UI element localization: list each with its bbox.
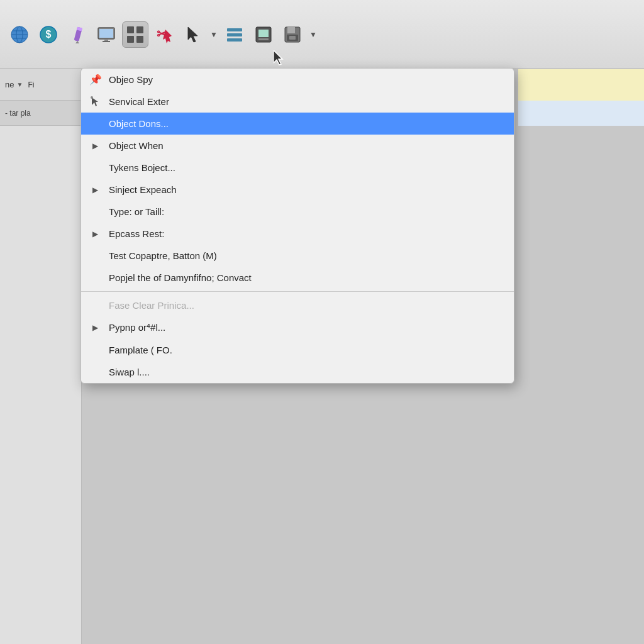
- svg-rect-12: [104, 39, 108, 41]
- grid-icon[interactable]: [122, 21, 148, 48]
- menu-item-objeo-spy[interactable]: 📌 Objeo Spy: [81, 69, 514, 91]
- svg-rect-26: [258, 38, 269, 40]
- menu-item-famplate[interactable]: Famplate ( FO.: [81, 339, 514, 361]
- menu-item-typex-taill[interactable]: Type: or Taill:: [81, 201, 514, 223]
- export-icon[interactable]: [250, 21, 277, 48]
- svg-rect-11: [99, 29, 113, 38]
- svg-rect-13: [103, 41, 110, 42]
- left-panel-fi-text: Fi: [28, 80, 34, 89]
- cursor-icon: [87, 94, 104, 110]
- menu-item-popjel[interactable]: Popjel the of Damynfifno; Convact: [81, 267, 514, 289]
- menu-item-siwap[interactable]: Siwap l....: [81, 361, 514, 383]
- menu-item-tykens-boject[interactable]: Tykens Boject...: [81, 157, 514, 179]
- globe-icon[interactable]: [6, 21, 33, 48]
- menu-item-epcass-rest[interactable]: ▶ Epcass Rest:: [81, 223, 514, 245]
- svg-rect-21: [227, 28, 242, 31]
- submenu-arrow-sinject: ▶: [92, 186, 98, 194]
- pencil-icon[interactable]: [64, 21, 91, 48]
- yellow-area: [518, 69, 644, 101]
- menu-item-test-copaptre[interactable]: Test Copaptre, Batton (M): [81, 245, 514, 267]
- svg-rect-30: [289, 36, 296, 40]
- menu-item-sinject-expeach[interactable]: ▶ Sinject Expeach: [81, 179, 514, 201]
- dropdown-arrow-1[interactable]: ▼: [209, 29, 219, 40]
- left-panel: ne ▼ Fi - tar pla: [0, 69, 82, 644]
- toolbar: $ ✂: [0, 0, 644, 69]
- transform-icon[interactable]: ✂: [151, 21, 177, 48]
- pointer-icon[interactable]: [180, 21, 206, 48]
- svg-rect-28: [287, 27, 295, 33]
- dropdown-arrow-2[interactable]: ▼: [308, 29, 318, 40]
- left-panel-top: ne ▼ Fi: [0, 69, 81, 101]
- svg-rect-16: [127, 36, 134, 43]
- menu-item-fase-clear: Fase Clear Prinica...: [81, 294, 514, 316]
- svg-marker-8: [75, 41, 79, 43]
- context-menu: 📌 Objeo Spy Senvical Exter Object Dons..…: [80, 68, 514, 384]
- svg-rect-15: [136, 26, 143, 33]
- svg-point-32: [91, 96, 93, 99]
- svg-marker-20: [188, 27, 197, 42]
- submenu-arrow-pypnp: ▶: [92, 323, 98, 332]
- left-panel-dropdown-text: ne: [5, 80, 14, 89]
- svg-text:$: $: [46, 29, 52, 40]
- menu-item-pypnp[interactable]: ▶ Pypnp or⁴#l...: [81, 316, 514, 339]
- monitor-icon[interactable]: [93, 21, 119, 48]
- submenu-arrow-epcass: ▶: [92, 230, 98, 238]
- left-panel-second: - tar pla: [0, 101, 81, 126]
- submenu-arrow-object-when: ▶: [92, 142, 98, 150]
- dollar-icon[interactable]: $: [35, 21, 62, 48]
- blue-area: [518, 101, 644, 126]
- menu-item-object-dons[interactable]: Object Dons...: [81, 113, 514, 135]
- menu-divider-1: [81, 291, 514, 292]
- svg-marker-31: [92, 97, 98, 106]
- menu-item-senvical-exter[interactable]: Senvical Exter: [81, 91, 514, 113]
- left-panel-dropdown-btn[interactable]: ▼: [16, 81, 23, 88]
- pin-icon: 📌: [87, 72, 104, 88]
- stack-icon[interactable]: [221, 21, 248, 48]
- svg-rect-22: [227, 33, 242, 36]
- svg-rect-25: [258, 30, 269, 37]
- menu-item-object-when[interactable]: ▶ Object When: [81, 135, 514, 157]
- save-icon[interactable]: [279, 21, 306, 48]
- svg-rect-14: [127, 26, 134, 33]
- svg-rect-17: [136, 36, 143, 43]
- svg-rect-23: [227, 38, 242, 42]
